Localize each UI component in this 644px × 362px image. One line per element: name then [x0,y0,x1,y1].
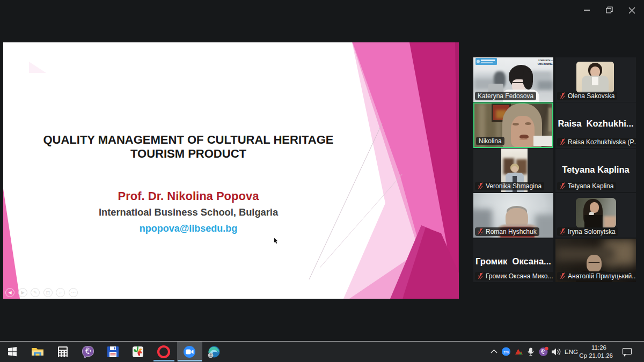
svg-text:Ср 21.01.26: Ср 21.01.26 [579,352,613,359]
svg-text:zm: zm [503,350,509,354]
svg-text:ENG: ENG [565,349,578,355]
svg-text:11:26: 11:26 [591,344,606,351]
svg-text:UKRAINE: UKRAINE [538,62,553,65]
